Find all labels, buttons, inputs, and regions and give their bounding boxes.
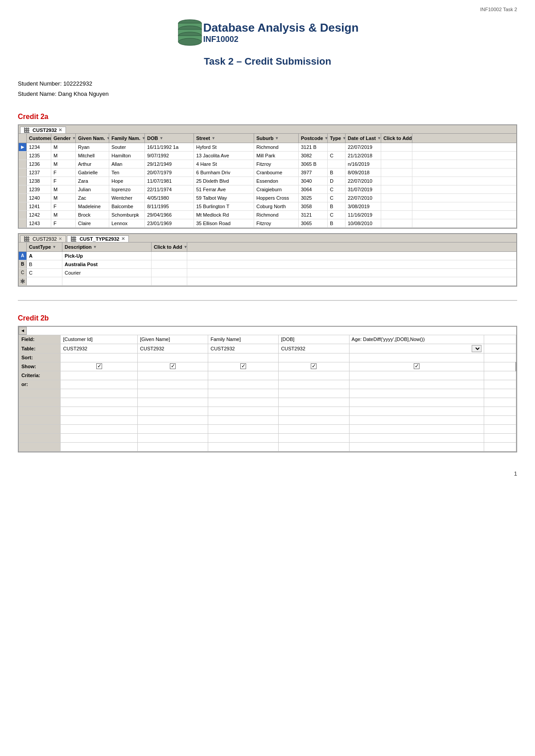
cell-type[interactable]: B [328,168,346,177]
cell-street[interactable]: Mt Medlock Rd [194,211,254,219]
col-header-description[interactable]: Description ▼ [62,242,152,251]
cell-lastdate[interactable]: 10/08/2010 [346,219,381,227]
cell-given[interactable]: Madeleine [76,202,109,210]
show-age-checkbox[interactable] [414,363,420,369]
show-customerid-checkbox[interactable] [96,363,102,369]
field-givenname[interactable]: [Given Name] [138,335,208,344]
tab-cust2932-2[interactable]: CUST2932 ✕ [20,235,66,242]
cell-street[interactable]: 25 Dixleth Blvd [194,177,254,185]
cell-postcode[interactable]: 3025 [299,194,328,202]
cell-clickadd[interactable] [381,177,412,185]
cell-lastdate[interactable]: 11/16/2019 [346,211,381,219]
table-extra[interactable] [484,344,516,353]
cell-given[interactable]: Arthur [76,160,109,168]
show-familyname[interactable] [208,362,279,371]
tab-close-2[interactable]: ✕ [58,236,62,241]
table-row[interactable]: C C Courier [19,269,516,277]
cell-suburb[interactable]: Fitzroy [254,160,299,168]
cell-gender[interactable]: M [51,143,76,151]
cell-id[interactable]: 1235 [27,152,51,160]
cell-street[interactable]: Hyford St [194,143,254,151]
show-extra[interactable] [484,362,516,371]
cell-lastdate[interactable]: 21/12/2018 [346,152,381,160]
or-customerid[interactable] [61,380,138,389]
tab-cust-type2932[interactable]: CUST_TYPE2932 ✕ [67,235,128,242]
col-header-postcode[interactable]: Postcode ▼ [299,134,328,143]
cell-id[interactable]: 1241 [27,202,51,210]
cell-dob[interactable]: 8/11/1995 [145,202,194,210]
table-row[interactable]: 1236 M Arthur Allan 29/12/1949 4 Hare St… [19,160,516,168]
cell-postcode[interactable]: 3065 B [299,160,328,168]
cell-street[interactable]: 51 Ferrar Ave [194,185,254,193]
cell-id[interactable]: 1236 [27,160,51,168]
cell-type[interactable]: C [328,152,346,160]
cell-suburb[interactable]: Hoppers Cross [254,194,299,202]
col-header-dob[interactable]: DOB ▼ [145,134,194,143]
table-row[interactable]: A A Pick-Up [19,252,516,260]
cell-gender[interactable]: F [51,168,76,177]
or-extra[interactable] [484,380,516,389]
cell-dob[interactable]: 20/07/1979 [145,168,194,177]
cell-street[interactable]: 13 Jacolita Ave [194,152,254,160]
table-familyname[interactable]: CUST2932 [208,344,279,353]
cell-postcode[interactable]: 3065 [299,219,328,227]
cell-clickadd[interactable] [381,202,412,210]
cell-id[interactable]: 1242 [27,211,51,219]
cell-given[interactable]: Zac [76,194,109,202]
cell-suburb[interactable]: Mill Park [254,152,299,160]
cell-street[interactable]: 4 Hare St [194,160,254,168]
cell-family[interactable]: Souter [109,143,145,151]
show-familyname-checkbox[interactable] [240,363,246,369]
col-header-clickadd-2[interactable]: Click to Add ▼ [152,242,187,251]
cell-family[interactable]: Hope [109,177,145,185]
cell-id[interactable]: 1240 [27,194,51,202]
cell-custtype[interactable]: C [27,269,62,277]
sort-familyname[interactable] [208,353,279,362]
cell-family[interactable]: Balcombe [109,202,145,210]
criteria-dob[interactable] [279,371,349,380]
field-customerid[interactable]: [Customer Id] [61,335,138,344]
cell-dob[interactable]: 22/11/1974 [145,185,194,193]
cell-lastdate[interactable]: 3/08/2019 [346,202,381,210]
cell-id[interactable]: 1234 [27,143,51,151]
tab-close-1[interactable]: ✕ [58,127,62,132]
cell-clickadd-type[interactable] [152,269,187,277]
cell-suburb[interactable]: Essendon [254,177,299,185]
col-header-clickadd[interactable]: Click to Add ▼ [381,134,412,143]
sort-customerid[interactable] [61,353,138,362]
sort-givenname[interactable] [138,353,208,362]
col-header-custtype[interactable]: CustType ▼ [27,242,62,251]
cell-family[interactable]: Schomburpk [109,211,145,219]
criteria-givenname[interactable] [138,371,208,380]
table-age[interactable] [349,344,484,353]
cell-given[interactable]: Julian [76,185,109,193]
empty-1-6[interactable] [484,389,516,398]
cell-description[interactable]: Australia Post [62,260,152,268]
show-dob[interactable] [279,362,349,371]
cell-lastdate[interactable]: 22/07/2010 [346,194,381,202]
cell-gender[interactable]: F [51,202,76,210]
field-age-expr[interactable]: Age: DateDiff('yyyy',[DOB],Now()) [349,335,484,344]
cell-clickadd[interactable] [381,152,412,160]
col-header-suburb[interactable]: Suburb ▼ [254,134,299,143]
field-dob[interactable]: [DOB] [279,335,349,344]
cell-gender[interactable]: M [51,160,76,168]
table-row[interactable]: 1235 M Mitchell Hamilton 9/07/1992 13 Ja… [19,152,516,160]
empty-1-5[interactable] [349,389,484,398]
cell-suburb[interactable]: Craigieburn [254,185,299,193]
cell-type[interactable]: C [328,211,346,219]
col-header-gender[interactable]: Gender ▼ [51,134,76,143]
table-row[interactable]: 1240 M Zac Wentcher 4/05/1980 59 Talbot … [19,194,516,202]
cell-gender[interactable]: M [51,211,76,219]
cell-lastdate[interactable]: 8/09/2018 [346,168,381,177]
tab-cust2932[interactable]: CUST2932 ✕ [20,127,66,133]
or-age[interactable] [349,380,484,389]
cell-lastdate[interactable]: 22/07/2010 [346,177,381,185]
criteria-familyname[interactable] [208,371,279,380]
cell-suburb[interactable]: Richmond [254,143,299,151]
col-header-family[interactable]: Family Nam. ▼ [109,134,145,143]
criteria-customerid[interactable] [61,371,138,380]
cell-street[interactable]: 15 Burlington T [194,202,254,210]
field-extra[interactable] [484,335,516,344]
col-header-street[interactable]: Street ▼ [194,134,254,143]
